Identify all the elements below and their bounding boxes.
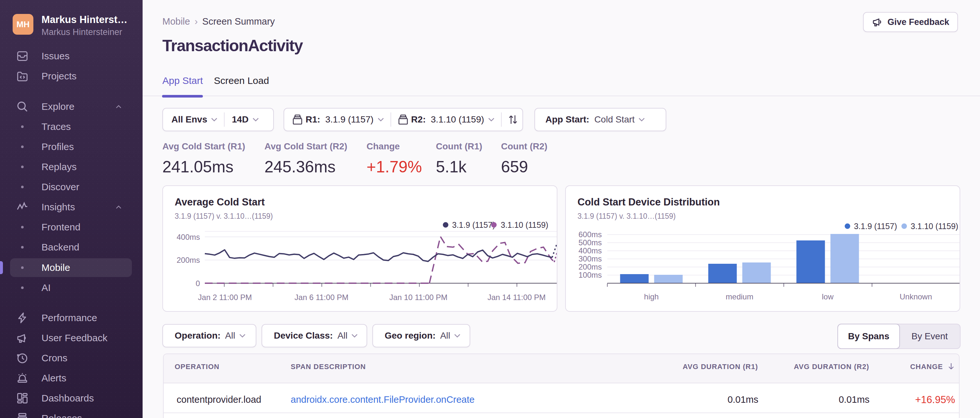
svg-text:0: 0 xyxy=(196,279,200,288)
svg-text:Jan 2 11:00 PM: Jan 2 11:00 PM xyxy=(198,293,252,302)
svg-text:200ms: 200ms xyxy=(177,256,200,264)
svg-text:Unknown: Unknown xyxy=(900,292,932,301)
svg-text:3.1.9 (1157): 3.1.9 (1157) xyxy=(452,220,495,229)
svg-text:3.1.9 (1157) v. 3.1.10…(1159): 3.1.9 (1157) v. 3.1.10…(1159) xyxy=(578,212,676,220)
svg-text:Cold Start Device Distribution: Cold Start Device Distribution xyxy=(578,196,720,208)
svg-text:high: high xyxy=(644,292,659,301)
svg-text:Jan 10 11:00 PM: Jan 10 11:00 PM xyxy=(389,293,447,302)
svg-text:low: low xyxy=(822,292,834,301)
svg-text:500ms: 500ms xyxy=(579,238,602,247)
svg-text:400ms: 400ms xyxy=(579,246,602,255)
svg-text:3.1.10 (1159): 3.1.10 (1159) xyxy=(501,220,548,229)
svg-text:Jan 14 11:00 PM: Jan 14 11:00 PM xyxy=(487,293,546,302)
svg-text:600ms: 600ms xyxy=(579,230,602,239)
svg-text:200ms: 200ms xyxy=(579,262,602,271)
svg-text:Average Cold Start: Average Cold Start xyxy=(175,196,265,208)
svg-text:medium: medium xyxy=(725,292,753,301)
svg-text:3.1.9 (1157) v. 3.1.10…(1159): 3.1.9 (1157) v. 3.1.10…(1159) xyxy=(175,212,273,220)
svg-text:Jan 6 11:00 PM: Jan 6 11:00 PM xyxy=(294,293,348,302)
svg-text:3.1.9 (1157): 3.1.9 (1157) xyxy=(854,222,897,231)
svg-text:100ms: 100ms xyxy=(579,270,602,279)
svg-text:400ms: 400ms xyxy=(177,233,200,242)
svg-text:3.1.10 (1159): 3.1.10 (1159) xyxy=(911,222,958,231)
svg-text:300ms: 300ms xyxy=(579,254,602,263)
